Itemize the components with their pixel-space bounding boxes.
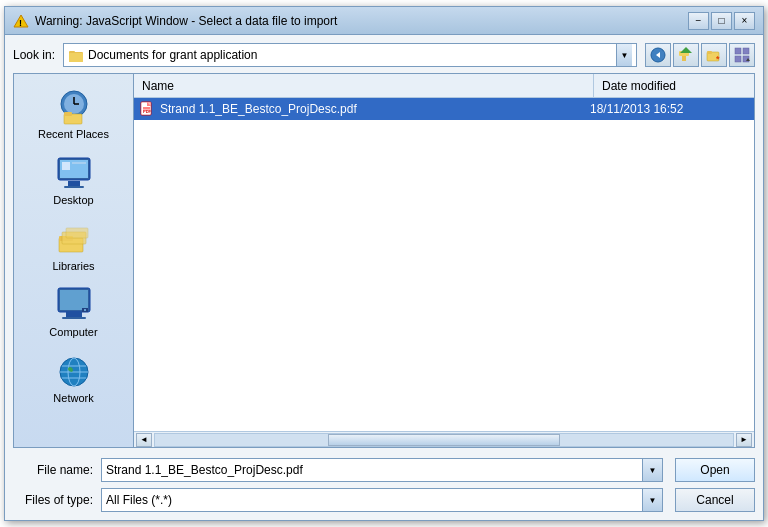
file-type-input-wrapper: ▼ bbox=[101, 488, 663, 512]
svg-rect-13 bbox=[735, 48, 741, 54]
svg-rect-11 bbox=[707, 51, 712, 54]
title-text: Warning: JavaScript Window - Select a da… bbox=[35, 14, 688, 28]
cancel-button-wrapper: Cancel bbox=[675, 488, 755, 512]
view-button[interactable] bbox=[729, 43, 755, 67]
sidebar-item-network[interactable]: Network bbox=[18, 346, 129, 408]
sidebar-recent-label: Recent Places bbox=[38, 128, 109, 140]
horizontal-scrollbar[interactable]: ◄ ► bbox=[134, 431, 754, 447]
sidebar-desktop-label: Desktop bbox=[53, 194, 93, 206]
svg-rect-4 bbox=[69, 53, 83, 62]
svg-marker-9 bbox=[680, 47, 692, 53]
file-list-header: Name Date modified bbox=[134, 74, 754, 98]
maximize-button[interactable]: □ bbox=[711, 12, 732, 30]
new-folder-button[interactable]: * bbox=[701, 43, 727, 67]
table-row[interactable]: PDF Strand 1.1_BE_Bestco_ProjDesc.pdf 18… bbox=[134, 98, 754, 120]
dialog-content: Look in: Documents for grant application… bbox=[5, 35, 763, 520]
window-controls: − □ × bbox=[688, 12, 755, 30]
scroll-track[interactable] bbox=[154, 433, 734, 447]
header-date-modified: Date modified bbox=[594, 79, 754, 93]
current-folder-text: Documents for grant application bbox=[88, 48, 612, 62]
svg-rect-15 bbox=[735, 56, 741, 62]
svg-rect-37 bbox=[62, 317, 86, 319]
title-bar: ! Warning: JavaScript Window - Select a … bbox=[5, 7, 763, 35]
files-of-type-label: Files of type: bbox=[13, 493, 93, 507]
bottom-area: File name: ▼ Open Files of type: ▼ Cance… bbox=[13, 458, 755, 512]
svg-point-39 bbox=[84, 309, 86, 311]
look-in-label: Look in: bbox=[13, 48, 55, 62]
sidebar-network-label: Network bbox=[53, 392, 93, 404]
svg-rect-26 bbox=[68, 181, 80, 186]
dropdown-arrow-icon[interactable]: ▼ bbox=[616, 44, 632, 66]
svg-rect-29 bbox=[72, 162, 86, 164]
back-button[interactable] bbox=[645, 43, 671, 67]
file-name-row: File name: ▼ Open bbox=[13, 458, 755, 482]
file-type-input[interactable] bbox=[102, 493, 642, 507]
svg-rect-35 bbox=[60, 290, 88, 310]
cancel-button[interactable]: Cancel bbox=[675, 488, 755, 512]
sidebar-item-libraries[interactable]: Libraries bbox=[18, 214, 129, 276]
file-name-dropdown-arrow[interactable]: ▼ bbox=[642, 459, 662, 481]
svg-text:!: ! bbox=[19, 18, 22, 28]
network-icon bbox=[54, 350, 94, 390]
sidebar-item-desktop[interactable]: Desktop bbox=[18, 148, 129, 210]
up-button[interactable] bbox=[673, 43, 699, 67]
open-button[interactable]: Open bbox=[675, 458, 755, 482]
main-file-area: Recent Places bbox=[13, 73, 755, 448]
svg-rect-48 bbox=[147, 102, 151, 106]
file-name: Strand 1.1_BE_Bestco_ProjDesc.pdf bbox=[160, 102, 590, 116]
file-name-label: File name: bbox=[13, 463, 93, 477]
file-type-dropdown-arrow[interactable]: ▼ bbox=[642, 489, 662, 511]
look-in-bar: Look in: Documents for grant application… bbox=[13, 43, 755, 67]
close-button[interactable]: × bbox=[734, 12, 755, 30]
file-area: Name Date modified PDF bbox=[134, 74, 754, 447]
libraries-icon bbox=[54, 218, 94, 258]
svg-rect-14 bbox=[743, 48, 749, 54]
svg-rect-27 bbox=[64, 186, 84, 188]
dialog-window: ! Warning: JavaScript Window - Select a … bbox=[4, 6, 764, 521]
svg-text:*: * bbox=[716, 54, 720, 63]
header-name: Name bbox=[134, 74, 594, 97]
file-name-input-wrapper: ▼ bbox=[101, 458, 663, 482]
scroll-left-button[interactable]: ◄ bbox=[136, 433, 152, 447]
sidebar-item-recent-places[interactable]: Recent Places bbox=[18, 82, 129, 144]
folder-icon bbox=[68, 47, 84, 63]
warning-icon: ! bbox=[13, 13, 29, 29]
files-of-type-row: Files of type: ▼ Cancel bbox=[13, 488, 755, 512]
pdf-file-icon: PDF bbox=[138, 100, 156, 118]
sidebar-item-computer[interactable]: Computer bbox=[18, 280, 129, 342]
sidebar: Recent Places bbox=[14, 74, 134, 447]
scroll-thumb[interactable] bbox=[328, 434, 559, 446]
svg-rect-33 bbox=[66, 228, 88, 238]
svg-rect-23 bbox=[64, 112, 72, 116]
computer-icon bbox=[54, 284, 94, 324]
recent-places-icon bbox=[54, 86, 94, 126]
desktop-icon bbox=[54, 152, 94, 192]
svg-rect-28 bbox=[62, 162, 70, 170]
open-cancel-buttons: Open bbox=[675, 458, 755, 482]
minimize-button[interactable]: − bbox=[688, 12, 709, 30]
toolbar-buttons: * bbox=[645, 43, 755, 67]
file-name-input[interactable] bbox=[102, 463, 642, 477]
file-list: PDF Strand 1.1_BE_Bestco_ProjDesc.pdf 18… bbox=[134, 98, 754, 431]
look-in-dropdown[interactable]: Documents for grant application ▼ bbox=[63, 43, 637, 67]
sidebar-computer-label: Computer bbox=[49, 326, 97, 338]
svg-rect-36 bbox=[66, 312, 82, 317]
file-date-modified: 18/11/2013 16:52 bbox=[590, 102, 750, 116]
sidebar-libraries-label: Libraries bbox=[52, 260, 94, 272]
scroll-right-button[interactable]: ► bbox=[736, 433, 752, 447]
